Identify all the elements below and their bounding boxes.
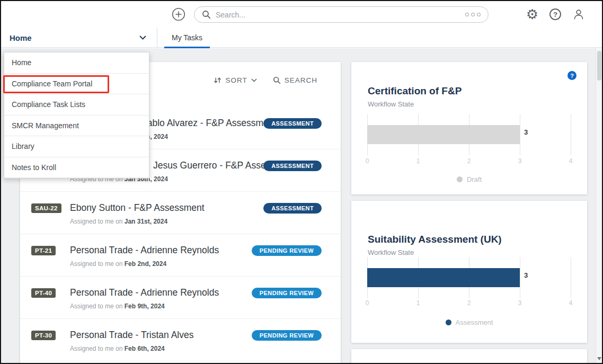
chart-subtitle: Workflow State <box>368 100 414 108</box>
task-title: Ebony Sutton - F&P Assessment <box>70 202 205 214</box>
menu-item-notes-to-kroll[interactable]: Notes to Kroll <box>4 157 149 179</box>
legend-label: Draft <box>467 175 482 183</box>
status-badge: PENDING REVIEW <box>252 288 322 298</box>
x-axis: 0 1 2 3 4 <box>367 299 571 307</box>
chart-card-suitability: Suitability Assessment (UK) Workflow Sta… <box>351 201 587 343</box>
bar-value-label: 3 <box>524 271 528 279</box>
scrollbar[interactable] <box>596 48 602 363</box>
tick-label: 3 <box>518 299 522 307</box>
task-id-badge: PT-30 <box>31 331 56 340</box>
legend-dot <box>457 176 463 182</box>
legend-label: Assessment <box>456 318 493 326</box>
tab-my-tasks[interactable]: My Tasks <box>164 28 210 48</box>
more-options-icon[interactable] <box>465 13 481 16</box>
tick-label: 0 <box>366 157 369 165</box>
chart-legend: Assessment <box>351 318 587 326</box>
chevron-down-icon <box>251 78 257 82</box>
task-title: Personal Trade - Adrienne Reynolds <box>70 245 219 256</box>
global-search[interactable] <box>194 6 489 23</box>
topbar-icons: ⚙ ? <box>526 1 585 28</box>
task-id-badge: PT-40 <box>31 288 56 298</box>
app-window: ⚙ ? Home My Tasks My Tasks <box>0 0 603 364</box>
nav-dropdown-label: Home <box>10 33 32 42</box>
chart-title: Certification of F&P <box>368 85 462 97</box>
task-assigned: Assigned to me on Feb 9th, 2024 <box>70 303 165 310</box>
settings-gear-icon[interactable]: ⚙ <box>526 7 538 21</box>
bar-draft <box>367 125 520 144</box>
tick-label: 1 <box>416 157 420 165</box>
chart-card-partial <box>351 349 587 364</box>
chart-subtitle: Workflow State <box>368 248 414 256</box>
menu-item-smcr-management[interactable]: SMCR Management <box>4 116 149 137</box>
tick-label: 2 <box>467 157 471 165</box>
tick-label: 0 <box>366 299 369 307</box>
search-label: SEARCH <box>285 76 317 84</box>
x-axis: 0 1 2 3 4 <box>367 157 571 165</box>
legend-dot <box>446 319 451 325</box>
task-title: Personal Trade - Adrienne Reynolds <box>70 287 219 298</box>
task-row[interactable]: PT-21 Personal Trade - Adrienne Reynolds… <box>20 234 341 277</box>
task-assigned: Assigned to me on Feb 6th, 2024 <box>70 345 165 352</box>
task-row[interactable]: PT-30 Personal Trade - Tristan Alves Ass… <box>20 319 341 361</box>
bar-assessment <box>367 268 520 287</box>
user-account-icon[interactable] <box>572 8 585 21</box>
status-badge: ASSESSMENT <box>263 161 322 171</box>
task-id-badge: PT-21 <box>31 246 56 255</box>
tick-label: 4 <box>569 299 573 307</box>
help-icon[interactable]: ? <box>567 71 577 80</box>
menu-item-library[interactable]: Library <box>4 136 149 157</box>
status-badge: ASSESSMENT <box>263 118 322 129</box>
task-assigned: Assigned to me on Jan 31st, 2024 <box>70 218 167 225</box>
sort-label: SORT <box>225 76 247 84</box>
sort-control[interactable]: SORT <box>214 76 256 84</box>
menu-item-home[interactable]: Home <box>4 52 149 74</box>
status-badge: ASSESSMENT <box>263 203 322 214</box>
scroll-down-arrow-icon[interactable] <box>597 357 601 360</box>
sort-arrows-icon <box>214 77 221 84</box>
status-badge: PENDING REVIEW <box>252 330 322 341</box>
navbar: Home My Tasks <box>1 28 602 48</box>
chart-card-certification: ? Certification of F&P Workflow State 3 … <box>351 62 587 194</box>
tick-label: 3 <box>518 157 522 165</box>
create-button[interactable] <box>172 7 185 21</box>
menu-item-compliance-team-portal[interactable]: Compliance Team Portal <box>4 74 149 95</box>
search-icon <box>273 76 281 84</box>
scrollbar-thumb[interactable] <box>597 51 601 81</box>
search-input[interactable] <box>216 11 460 19</box>
bar-chart: 3 <box>367 257 571 298</box>
task-title: Personal Trade - Tristan Alves <box>70 330 193 341</box>
task-id-badge: SAU-22 <box>31 203 61 213</box>
tick-label: 1 <box>416 299 420 307</box>
topbar: ⚙ ? <box>1 1 602 28</box>
menu-item-compliance-task-lists[interactable]: Compliance Task Lists <box>4 94 149 116</box>
status-badge: PENDING REVIEW <box>252 245 322 256</box>
task-row[interactable]: PT-40 Personal Trade - Adrienne Reynolds… <box>20 277 341 319</box>
search-control[interactable]: SEARCH <box>273 76 317 84</box>
bar-value-label: 3 <box>524 128 528 136</box>
bar-chart: 3 <box>367 114 571 155</box>
plus-circle-icon <box>172 7 185 21</box>
chart-legend: Draft <box>351 175 587 183</box>
help-icon[interactable]: ? <box>549 8 561 20</box>
tab-label: My Tasks <box>172 33 202 42</box>
task-assigned: Assigned to me on Feb 2nd, 2024 <box>70 260 166 268</box>
tick-label: 4 <box>569 157 573 165</box>
task-title: Pablo Alvarez - F&P Assessment <box>141 118 277 129</box>
chevron-down-icon <box>139 35 146 40</box>
nav-dropdown-menu: Home Compliance Team Portal Compliance T… <box>4 52 149 179</box>
chart-title: Suitability Assessment (UK) <box>368 234 502 245</box>
nav-dropdown-home[interactable]: Home <box>1 28 157 48</box>
task-row[interactable]: SAU-22 Ebony Sutton - F&P Assessment Ass… <box>20 192 341 234</box>
search-icon <box>202 10 211 19</box>
tick-label: 2 <box>467 299 471 307</box>
